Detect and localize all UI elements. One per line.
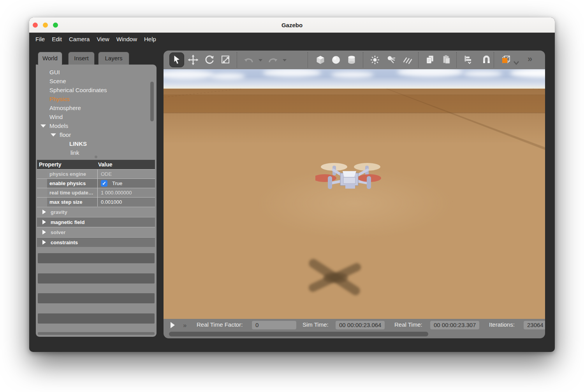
sky <box>164 69 545 89</box>
translate-tool-button[interactable] <box>186 52 201 67</box>
iterations-label: Iterations: <box>489 321 515 328</box>
empty-row <box>38 293 155 303</box>
table-row-enable-physics[interactable]: enable physics ✓ True <box>37 178 155 188</box>
menu-camera[interactable]: Camera <box>65 36 93 42</box>
quadcopter-model[interactable] <box>315 161 383 194</box>
rotate-tool-button[interactable] <box>202 52 217 67</box>
snap-button[interactable] <box>479 52 494 67</box>
section-gravity[interactable]: gravity <box>37 207 155 217</box>
tree-scrollbar-thumb[interactable] <box>150 82 154 121</box>
tree-item-gui[interactable]: GUI <box>36 68 157 77</box>
empty-row <box>38 313 155 324</box>
redo-history-caret[interactable] <box>283 59 287 61</box>
undo-arrow-icon <box>242 54 255 66</box>
table-row-physics-engine[interactable]: physics engine ODE <box>37 169 155 178</box>
move-arrows-icon <box>187 54 199 66</box>
table-row-real-time-update[interactable]: real time update… 1 000.000000 <box>37 188 155 197</box>
render-viewport: » <box>164 51 545 338</box>
toolbar-separator <box>494 52 494 68</box>
window-title: Gazebo <box>29 18 555 33</box>
menu-edit[interactable]: Edit <box>48 36 65 42</box>
rotor-disc-front-left <box>315 174 336 182</box>
insert-sphere-button[interactable] <box>329 52 343 67</box>
tree-item-floor[interactable]: floor <box>36 130 157 139</box>
table-row-max-step-size[interactable]: max step size 0.001000 <box>37 197 155 206</box>
menu-window[interactable]: Window <box>113 36 141 42</box>
real-time-factor-label: Real Time Factor: <box>197 321 243 328</box>
toolbar-separator <box>363 52 363 68</box>
section-solver[interactable]: solver <box>37 227 155 237</box>
panel-splitter-handle[interactable] <box>95 156 97 158</box>
chevron-right-icon <box>42 210 46 214</box>
toolbar-overflow-button[interactable]: » <box>528 54 531 64</box>
scale-tool-button[interactable] <box>218 52 233 67</box>
max-step-size-value[interactable]: 0.001000 <box>97 198 155 206</box>
panel-bottom-bar <box>38 332 155 335</box>
point-light-icon <box>369 54 381 66</box>
gazebo-window: Gazebo File Edit Camera View Window Help… <box>29 18 555 352</box>
view-angle-button[interactable] <box>498 52 513 67</box>
align-icon <box>463 54 474 66</box>
status-overflow-icon[interactable]: » <box>183 322 186 329</box>
tab-layers[interactable]: Layers <box>98 52 129 65</box>
empty-row <box>38 273 155 284</box>
menu-file[interactable]: File <box>32 36 48 42</box>
copy-button[interactable] <box>423 52 438 67</box>
menu-bar: File Edit Camera View Window Help <box>29 33 555 45</box>
sim-time-value: 00 00:00:23.064 <box>336 321 385 329</box>
expand-log-play-icon[interactable] <box>171 322 175 328</box>
undo-history-caret[interactable] <box>259 59 262 61</box>
chevron-right-icon <box>42 240 46 245</box>
toolbar-separator <box>237 52 237 68</box>
paste-icon <box>441 54 452 66</box>
tree-item-spherical-coordinates[interactable]: Spherical Coordinates <box>36 86 157 94</box>
chevron-down-icon[interactable] <box>40 124 46 128</box>
spot-light-button[interactable] <box>384 52 399 67</box>
tree-item-scene[interactable]: Scene <box>36 77 157 86</box>
section-magnetic-field[interactable]: magnetic field <box>37 217 155 227</box>
paste-button[interactable] <box>439 52 454 67</box>
toolbar-separator <box>418 52 419 68</box>
rotate-arrows-icon <box>204 54 215 66</box>
section-constraints[interactable]: constraints <box>37 237 155 247</box>
insert-cylinder-button[interactable] <box>344 52 359 67</box>
world-tree: GUI Scene Spherical Coordinates Physics … <box>36 68 157 157</box>
scale-arrows-icon <box>220 54 232 66</box>
real-time-label: Real Time: <box>394 321 422 328</box>
tree-item-models[interactable]: Models <box>36 121 157 130</box>
real-time-value: 00 00:00:23.307 <box>430 321 479 329</box>
magnet-icon <box>480 54 492 66</box>
cylinder-icon <box>346 54 357 66</box>
redo-button[interactable] <box>266 52 280 67</box>
view-cube-icon <box>500 54 512 66</box>
menu-help[interactable]: Help <box>141 36 160 42</box>
tree-item-physics[interactable]: Physics <box>36 94 157 103</box>
horizontal-scrollbar-thumb[interactable] <box>169 332 428 336</box>
tab-world[interactable]: World <box>38 52 62 65</box>
floor-x-marking <box>302 259 370 298</box>
point-light-button[interactable] <box>368 52 382 67</box>
tree-item-links[interactable]: LINKS <box>36 139 157 148</box>
menu-view[interactable]: View <box>93 36 113 42</box>
directional-light-button[interactable] <box>400 52 415 67</box>
physics-engine-value: ODE <box>97 170 155 178</box>
property-table-header: Property Value <box>37 160 155 169</box>
toolbar-separator <box>308 52 308 68</box>
directional-light-icon <box>402 54 413 66</box>
chevron-down-icon[interactable] <box>51 133 56 136</box>
simulation-canvas[interactable] <box>164 69 545 319</box>
tree-item-wind[interactable]: Wind <box>36 112 157 121</box>
real-time-update-value[interactable]: 1 000.000000 <box>97 188 155 197</box>
tree-item-atmosphere[interactable]: Atmosphere <box>36 103 157 112</box>
undo-button[interactable] <box>241 52 256 67</box>
render-toolbar: » <box>164 51 545 69</box>
align-button[interactable] <box>461 52 476 67</box>
enable-physics-checkbox[interactable]: ✓ <box>101 180 107 187</box>
select-tool-button[interactable] <box>169 52 184 67</box>
redo-arrow-icon <box>266 54 280 66</box>
insert-box-button[interactable] <box>313 52 328 67</box>
spot-light-icon <box>385 54 397 66</box>
view-angle-caret[interactable] <box>513 61 519 65</box>
tab-insert[interactable]: Insert <box>68 52 95 65</box>
iterations-value: 23064 <box>524 321 545 329</box>
